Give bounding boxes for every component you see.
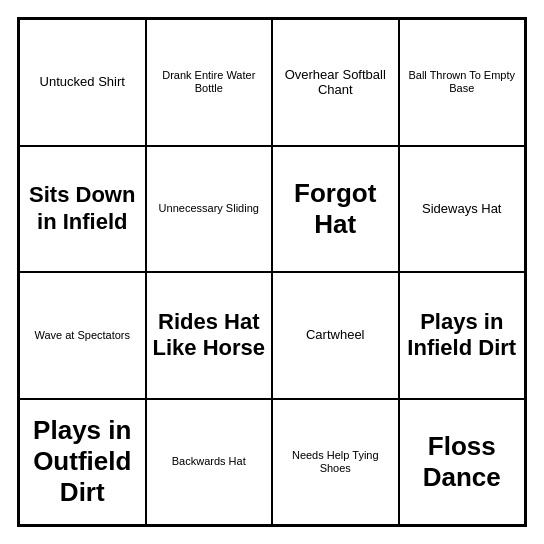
bingo-cell-text-r1c1: Unnecessary Sliding <box>159 202 259 215</box>
bingo-cell-r0c1: Drank Entire Water Bottle <box>146 19 273 146</box>
bingo-cell-r0c3: Ball Thrown To Empty Base <box>399 19 526 146</box>
bingo-cell-r3c0: Plays in Outfield Dirt <box>19 399 146 526</box>
bingo-cell-text-r2c0: Wave at Spectators <box>34 329 130 342</box>
bingo-cell-r0c0: Untucked Shirt <box>19 19 146 146</box>
bingo-cell-text-r0c0: Untucked Shirt <box>40 74 125 90</box>
bingo-cell-text-r1c3: Sideways Hat <box>422 201 501 217</box>
bingo-cell-text-r3c2: Needs Help Tying Shoes <box>277 449 394 475</box>
bingo-cell-r2c3: Plays in Infield Dirt <box>399 272 526 399</box>
bingo-cell-r1c0: Sits Down in Infield <box>19 146 146 273</box>
bingo-cell-text-r1c0: Sits Down in Infield <box>24 182 141 235</box>
bingo-cell-text-r1c2: Forgot Hat <box>277 178 394 240</box>
bingo-cell-text-r3c3: Floss Dance <box>404 431 521 493</box>
bingo-cell-text-r3c1: Backwards Hat <box>172 455 246 468</box>
bingo-cell-r2c1: Rides Hat Like Horse <box>146 272 273 399</box>
bingo-cell-r0c2: Overhear Softball Chant <box>272 19 399 146</box>
bingo-cell-text-r0c2: Overhear Softball Chant <box>277 67 394 98</box>
bingo-cell-text-r0c1: Drank Entire Water Bottle <box>151 69 268 95</box>
bingo-cell-text-r3c0: Plays in Outfield Dirt <box>24 415 141 509</box>
bingo-cell-r1c2: Forgot Hat <box>272 146 399 273</box>
bingo-cell-r1c1: Unnecessary Sliding <box>146 146 273 273</box>
bingo-cell-r3c1: Backwards Hat <box>146 399 273 526</box>
bingo-cell-text-r2c1: Rides Hat Like Horse <box>151 309 268 362</box>
bingo-cell-text-r2c3: Plays in Infield Dirt <box>404 309 521 362</box>
bingo-cell-r2c2: Cartwheel <box>272 272 399 399</box>
bingo-cell-text-r0c3: Ball Thrown To Empty Base <box>404 69 521 95</box>
bingo-cell-r3c3: Floss Dance <box>399 399 526 526</box>
bingo-cell-text-r2c2: Cartwheel <box>306 327 365 343</box>
bingo-cell-r2c0: Wave at Spectators <box>19 272 146 399</box>
bingo-cell-r3c2: Needs Help Tying Shoes <box>272 399 399 526</box>
bingo-cell-r1c3: Sideways Hat <box>399 146 526 273</box>
bingo-board: Untucked ShirtDrank Entire Water BottleO… <box>17 17 527 527</box>
